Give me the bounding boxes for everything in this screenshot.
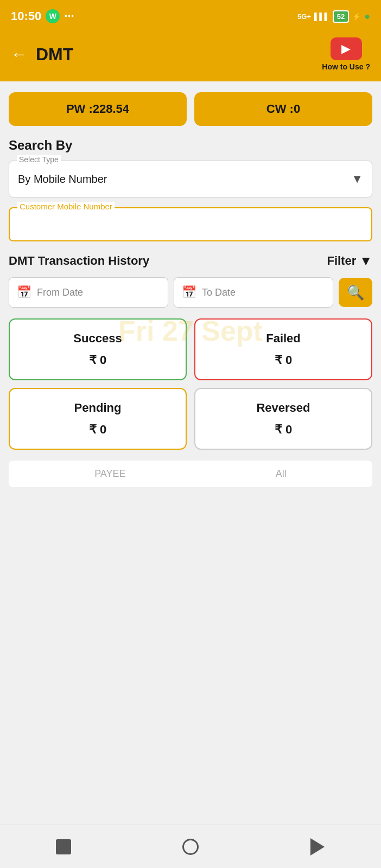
success-stat-card[interactable]: Success ₹ 0: [9, 318, 187, 380]
pw-wallet-card[interactable]: PW :228.54: [9, 92, 187, 126]
reversed-stat-card[interactable]: Reversed ₹ 0: [194, 388, 372, 450]
from-date-button[interactable]: 📅 From Date: [9, 277, 168, 308]
signal-bars: ▌▌▌: [314, 12, 329, 21]
pagination-bar: PAYEE All: [9, 461, 372, 487]
date-row: 📅 From Date 📅 To Date 🔍: [9, 277, 372, 308]
wallet-row: PW :228.54 CW :0: [9, 92, 372, 126]
play-triangle: ▶: [341, 42, 351, 56]
network-label: 5G+: [297, 12, 311, 21]
reversed-title: Reversed: [204, 401, 363, 415]
filter-funnel-icon: ▼: [359, 253, 372, 269]
charging-icon: ⚡: [352, 12, 361, 21]
pagination-label-all: All: [276, 468, 287, 480]
select-inner[interactable]: By Mobile Number ▼: [9, 161, 372, 197]
status-time-group: 10:50 W ···: [11, 9, 74, 23]
wifi-dot: ●: [364, 11, 370, 22]
history-header: DMT Transaction History Filter ▼: [9, 253, 372, 269]
failed-value: ₹ 0: [204, 353, 363, 367]
how-to-use-label: How to Use ?: [322, 62, 370, 71]
from-date-calendar-icon: 📅: [17, 285, 31, 299]
circle-icon: [182, 839, 199, 855]
filter-button[interactable]: Filter ▼: [327, 253, 372, 269]
select-value: By Mobile Number: [18, 173, 107, 186]
to-date-label: To Date: [202, 287, 236, 298]
square-icon: [56, 839, 71, 854]
select-type-container[interactable]: Select Type By Mobile Number ▼: [9, 161, 372, 197]
stats-grid: Success ₹ 0 Failed ₹ 0 Pending ₹ 0 Rever…: [9, 318, 372, 450]
from-date-label: From Date: [37, 287, 83, 298]
pending-title: Pending: [18, 401, 177, 415]
back-button[interactable]: ←: [11, 45, 27, 63]
page-title: DMT: [36, 44, 73, 65]
filter-label: Filter: [327, 254, 356, 268]
history-title: DMT Transaction History: [9, 254, 149, 268]
pending-stat-card[interactable]: Pending ₹ 0: [9, 388, 187, 450]
status-dots: ···: [64, 9, 74, 23]
pending-value: ₹ 0: [18, 423, 177, 437]
header-left: ← DMT: [11, 44, 73, 65]
main-content: Fri 27 Sept PW :228.54 CW :0 Search By S…: [0, 81, 381, 509]
bottom-nav: [0, 825, 381, 868]
mobile-input-container[interactable]: Customer Mobile Number: [9, 207, 372, 241]
success-value: ₹ 0: [18, 353, 177, 367]
to-date-button[interactable]: 📅 To Date: [174, 277, 333, 308]
reversed-value: ₹ 0: [204, 423, 363, 437]
youtube-icon: ▶: [331, 37, 362, 60]
triangle-back-icon: [310, 838, 325, 856]
select-type-label: Select Type: [17, 155, 61, 164]
failed-title: Failed: [204, 331, 363, 346]
failed-stat-card[interactable]: Failed ₹ 0: [194, 318, 372, 380]
app-header: ← DMT ▶ How to Use ?: [0, 33, 381, 81]
how-to-use-button[interactable]: ▶ How to Use ?: [322, 37, 370, 71]
to-date-calendar-icon: 📅: [182, 285, 196, 299]
nav-back-button[interactable]: [306, 835, 329, 858]
status-icons: 5G+ ▌▌▌ 52 ⚡ ●: [297, 10, 370, 23]
status-time: 10:50: [11, 9, 41, 23]
battery-badge: 52: [333, 10, 349, 23]
nav-home-button[interactable]: [52, 835, 75, 858]
cw-wallet-card[interactable]: CW :0: [194, 92, 372, 126]
search-icon: 🔍: [347, 284, 364, 301]
pagination-label-payee: PAYEE: [94, 468, 125, 480]
success-title: Success: [18, 331, 177, 346]
status-bar: 10:50 W ··· 5G+ ▌▌▌ 52 ⚡ ●: [0, 0, 381, 33]
nav-record-button[interactable]: [179, 835, 202, 858]
mobile-input-label: Customer Mobile Number: [17, 202, 115, 211]
mobile-number-input[interactable]: [10, 208, 371, 240]
search-section-title: Search By: [9, 138, 372, 153]
search-button[interactable]: 🔍: [339, 278, 372, 307]
chevron-down-icon: ▼: [351, 172, 363, 186]
whatsapp-icon: W: [46, 9, 60, 23]
